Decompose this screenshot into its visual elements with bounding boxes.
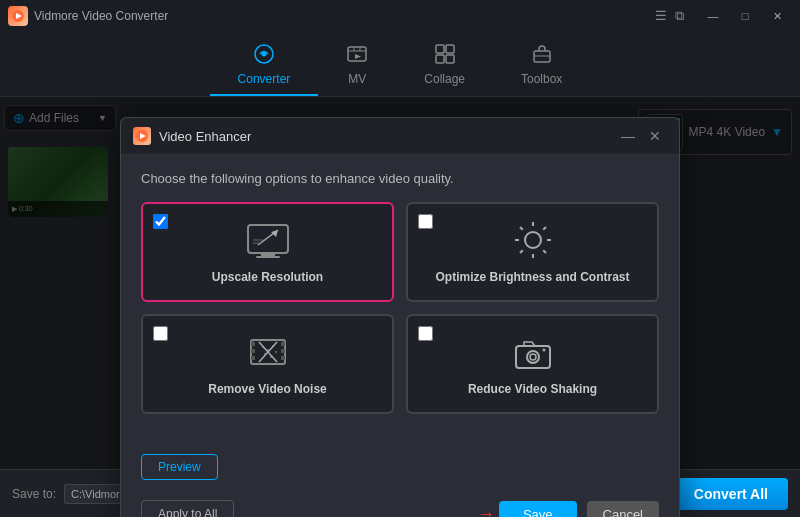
- modal-description: Choose the following options to enhance …: [141, 171, 659, 186]
- apply-all-button[interactable]: Apply to All: [141, 500, 234, 517]
- app-title: Vidmore Video Converter: [34, 9, 168, 23]
- toolbox-icon: [531, 43, 553, 68]
- maximize-button[interactable]: □: [730, 6, 760, 26]
- svg-marker-5: [355, 54, 361, 59]
- svg-rect-32: [251, 349, 255, 353]
- minimize-button[interactable]: —: [698, 6, 728, 26]
- svg-rect-16: [256, 256, 280, 258]
- svg-marker-18: [271, 230, 278, 237]
- nav-bar: Converter MV Collage: [0, 32, 800, 97]
- svg-rect-6: [436, 45, 444, 53]
- preview-button[interactable]: Preview: [141, 454, 218, 480]
- cancel-button[interactable]: Cancel: [587, 501, 659, 518]
- options-grid: Upscale Resolution: [141, 202, 659, 414]
- upscale-label: Upscale Resolution: [212, 270, 323, 284]
- app-logo: [8, 6, 28, 26]
- svg-point-46: [527, 351, 539, 363]
- option-noise[interactable]: Remove Video Noise: [141, 314, 394, 414]
- svg-rect-9: [446, 55, 454, 63]
- modal-body: Choose the following options to enhance …: [121, 155, 679, 446]
- modal-close-button[interactable]: ✕: [643, 126, 667, 146]
- brightness-icon-area: [508, 220, 558, 260]
- nav-converter[interactable]: Converter: [210, 35, 319, 96]
- modal-title: Video Enhancer: [159, 129, 251, 144]
- converter-label: Converter: [238, 72, 291, 86]
- svg-line-28: [543, 227, 546, 230]
- main-area: ⊕ Add Files ▼ ▶ 0:30 4K: [0, 97, 800, 469]
- svg-point-48: [542, 349, 545, 352]
- svg-rect-35: [281, 349, 285, 353]
- collage-icon: [434, 43, 456, 68]
- modal-actions: Preview Apply to All → Save Cancel: [121, 446, 679, 517]
- upscale-icon-area: [243, 220, 293, 260]
- modal-app-icon: [133, 127, 151, 145]
- brightness-checkbox[interactable]: [418, 214, 433, 229]
- nav-collage[interactable]: Collage: [396, 35, 493, 96]
- svg-point-21: [525, 232, 541, 248]
- save-to-label: Save to:: [12, 487, 56, 501]
- shaking-label: Reduce Video Shaking: [468, 382, 597, 396]
- save-button[interactable]: Save: [499, 501, 577, 518]
- shaking-checkbox[interactable]: [418, 326, 433, 341]
- svg-rect-33: [251, 356, 255, 360]
- option-shaking[interactable]: Reduce Video Shaking: [406, 314, 659, 414]
- modal-footer: Apply to All → Save Cancel: [141, 500, 659, 517]
- title-bar-left: Vidmore Video Converter: [8, 6, 168, 26]
- svg-point-3: [261, 52, 266, 57]
- option-upscale[interactable]: Upscale Resolution: [141, 202, 394, 302]
- shaking-icon-area: [508, 332, 558, 372]
- hamburger-icon[interactable]: ☰: [655, 8, 667, 24]
- mv-label: MV: [348, 72, 366, 86]
- svg-point-47: [530, 354, 536, 360]
- svg-rect-8: [436, 55, 444, 63]
- svg-rect-14: [248, 225, 288, 253]
- svg-rect-36: [281, 356, 285, 360]
- save-arrow-icon: →: [477, 504, 495, 518]
- nav-mv[interactable]: MV: [318, 35, 396, 96]
- convert-all-button[interactable]: Convert All: [674, 478, 788, 510]
- svg-rect-4: [348, 47, 366, 61]
- toolbox-label: Toolbox: [521, 72, 562, 86]
- brightness-label: Optimize Brightness and Contrast: [435, 270, 629, 284]
- modal-overlay: Video Enhancer — ✕ Choose the following …: [0, 97, 800, 469]
- svg-point-42: [275, 351, 277, 353]
- modal-header: Video Enhancer — ✕: [121, 118, 679, 155]
- noise-checkbox[interactable]: [153, 326, 168, 341]
- mv-icon: [346, 43, 368, 68]
- option-brightness[interactable]: Optimize Brightness and Contrast: [406, 202, 659, 302]
- svg-rect-15: [261, 253, 275, 256]
- restore-icon[interactable]: ⧉: [675, 8, 684, 24]
- arrow-indicator: → Save: [244, 501, 576, 518]
- close-window-button[interactable]: ✕: [762, 6, 792, 26]
- modal-controls: — ✕: [615, 126, 667, 146]
- svg-rect-31: [251, 342, 255, 346]
- collage-label: Collage: [424, 72, 465, 86]
- upscale-checkbox[interactable]: [153, 214, 168, 229]
- title-bar: Vidmore Video Converter ☰ ⧉ — □ ✕: [0, 0, 800, 32]
- nav-toolbox[interactable]: Toolbox: [493, 35, 590, 96]
- noise-icon-area: [243, 332, 293, 372]
- svg-line-29: [520, 250, 523, 253]
- svg-line-26: [520, 227, 523, 230]
- svg-line-27: [543, 250, 546, 253]
- modal-minimize-button[interactable]: —: [615, 126, 641, 146]
- converter-icon: [253, 43, 275, 68]
- noise-label: Remove Video Noise: [208, 382, 327, 396]
- window-controls: ☰ ⧉ — □ ✕: [655, 6, 792, 26]
- svg-rect-34: [281, 342, 285, 346]
- svg-rect-7: [446, 45, 454, 53]
- modal-header-left: Video Enhancer: [133, 127, 251, 145]
- video-enhancer-modal: Video Enhancer — ✕ Choose the following …: [120, 117, 680, 517]
